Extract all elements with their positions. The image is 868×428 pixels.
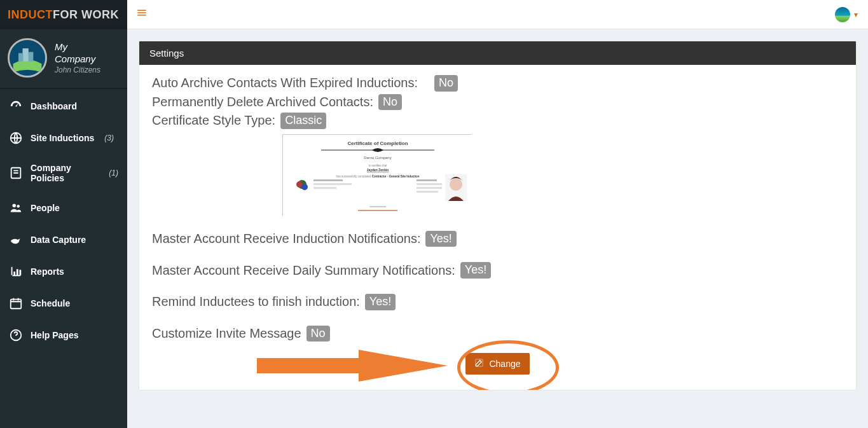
change-button[interactable]: Change bbox=[465, 353, 529, 375]
setting-value: No bbox=[434, 75, 458, 92]
chart-icon bbox=[9, 265, 23, 279]
calendar-icon bbox=[9, 296, 23, 310]
svg-point-6 bbox=[13, 204, 17, 208]
nav-label: Schedule bbox=[31, 298, 70, 308]
change-button-label: Change bbox=[489, 359, 520, 369]
svg-rect-24 bbox=[417, 183, 442, 185]
brand-part2: FOR WORK bbox=[53, 8, 119, 22]
setting-auto-archive: Auto Archive Contacts With Expired Induc… bbox=[152, 75, 843, 92]
nav-reports[interactable]: Reports bbox=[0, 256, 127, 287]
setting-label: Customize Invite Message bbox=[152, 326, 301, 341]
top-right-menu[interactable]: ▾ bbox=[835, 7, 858, 22]
nav-label: Company Policies bbox=[31, 163, 99, 183]
chevron-down-icon: ▾ bbox=[854, 10, 858, 19]
setting-value: No bbox=[378, 94, 402, 111]
nav-dashboard[interactable]: Dashboard bbox=[0, 90, 127, 122]
setting-customize-invite: Customize Invite Message No bbox=[152, 326, 843, 342]
user-name: John Citizens bbox=[55, 66, 100, 76]
hamburger-icon[interactable] bbox=[136, 7, 148, 22]
setting-label: Certificate Style Type: bbox=[152, 113, 275, 128]
globe-icon bbox=[9, 131, 23, 145]
svg-rect-8 bbox=[11, 300, 22, 309]
svg-rect-23 bbox=[417, 179, 437, 181]
svg-text:Demo Company: Demo Company bbox=[364, 156, 391, 160]
nav-label: Data Capture bbox=[31, 235, 86, 245]
svg-rect-21 bbox=[313, 183, 352, 185]
nav-data-capture[interactable]: Data Capture bbox=[0, 224, 127, 256]
setting-label: Master Account Receive Daily Summary Not… bbox=[152, 263, 455, 278]
setting-cert-style: Certificate Style Type: Classic bbox=[152, 113, 843, 129]
svg-rect-25 bbox=[417, 187, 442, 189]
svg-rect-29 bbox=[369, 206, 386, 207]
setting-value: No bbox=[307, 326, 330, 342]
nav-help-pages[interactable]: Help Pages bbox=[0, 319, 127, 351]
content-wrap: Settings Auto Archive Contacts With Expi… bbox=[127, 29, 868, 428]
dashboard-icon bbox=[9, 99, 23, 113]
document-icon bbox=[9, 166, 23, 180]
topbar: ▾ bbox=[127, 0, 868, 29]
people-icon bbox=[9, 201, 23, 215]
hand-icon bbox=[9, 233, 23, 247]
setting-perm-delete: Permanently Delete Archived Contacts: No bbox=[152, 94, 843, 111]
company-avatar bbox=[8, 38, 47, 78]
nav-label: Help Pages bbox=[31, 330, 78, 340]
sidebar-nav: Dashboard Site Inductions (3) Company Po… bbox=[0, 89, 127, 351]
settings-panel: Settings Auto Archive Contacts With Expi… bbox=[139, 41, 857, 390]
edit-icon bbox=[474, 358, 484, 369]
nav-site-inductions[interactable]: Site Inductions (3) bbox=[0, 122, 127, 154]
certificate-preview: Certificate of Completion Demo Company I… bbox=[282, 134, 472, 216]
nav-label: People bbox=[31, 203, 60, 213]
svg-text:Jayden Zenkin: Jayden Zenkin bbox=[367, 168, 389, 172]
setting-label: Remind Inductees to finish induction: bbox=[152, 294, 360, 309]
setting-value: Yes! bbox=[460, 262, 491, 279]
setting-label: Permanently Delete Archived Contacts: bbox=[152, 95, 373, 109]
setting-master-daily-notif: Master Account Receive Daily Summary Not… bbox=[152, 262, 843, 279]
nav-label: Dashboard bbox=[31, 101, 77, 111]
svg-text:Is certifies that: Is certifies that bbox=[368, 164, 387, 167]
setting-value: Yes! bbox=[365, 294, 396, 310]
nav-count: (1) bbox=[109, 169, 118, 177]
help-icon bbox=[9, 328, 23, 342]
brand-part1: INDUCT bbox=[8, 8, 53, 22]
nav-label: Reports bbox=[31, 266, 64, 277]
panel-body: Auto Archive Contacts With Expired Induc… bbox=[139, 65, 856, 390]
panel-title: Settings bbox=[139, 41, 856, 65]
user-info: My Company John Citizens bbox=[55, 41, 100, 76]
nav-label: Site Inductions bbox=[31, 133, 94, 143]
svg-text:has successfully completed
   : has successfully completed Contractor - … bbox=[336, 175, 420, 178]
svg-point-19 bbox=[301, 184, 308, 190]
svg-rect-20 bbox=[313, 179, 343, 181]
main: ▾ Settings Auto Archive Contacts With Ex… bbox=[127, 0, 868, 428]
user-company-line1: My bbox=[55, 41, 100, 53]
nav-company-policies[interactable]: Company Policies (1) bbox=[0, 154, 127, 192]
svg-text:Certificate of Completion: Certificate of Completion bbox=[347, 141, 408, 146]
nav-schedule[interactable]: Schedule bbox=[0, 287, 127, 319]
svg-rect-2 bbox=[29, 52, 33, 62]
brand-logo: INDUCT FOR WORK bbox=[0, 0, 127, 29]
action-row: Change bbox=[152, 353, 843, 375]
setting-label: Master Account Receive Induction Notific… bbox=[152, 231, 420, 246]
svg-rect-3 bbox=[18, 53, 23, 62]
highlight-arrow bbox=[257, 347, 448, 387]
nav-people[interactable]: People bbox=[0, 192, 127, 224]
svg-rect-26 bbox=[417, 191, 438, 193]
sidebar: INDUCT FOR WORK My Company John Citizens bbox=[0, 0, 127, 428]
svg-point-28 bbox=[450, 178, 462, 191]
svg-rect-1 bbox=[23, 48, 29, 62]
setting-master-induction-notif: Master Account Receive Induction Notific… bbox=[152, 231, 843, 247]
user-panel: My Company John Citizens bbox=[0, 29, 127, 88]
svg-point-7 bbox=[17, 205, 20, 208]
setting-value: Yes! bbox=[425, 231, 456, 247]
nav-count: (3) bbox=[104, 134, 114, 142]
svg-rect-30 bbox=[358, 210, 397, 211]
svg-rect-22 bbox=[313, 187, 336, 189]
svg-rect-32 bbox=[476, 359, 483, 366]
setting-remind-inductees: Remind Inductees to finish induction: Ye… bbox=[152, 294, 843, 310]
user-company-line2: Company bbox=[55, 53, 100, 66]
svg-marker-31 bbox=[257, 350, 448, 382]
setting-label: Auto Archive Contacts With Expired Induc… bbox=[152, 76, 418, 90]
setting-value: Classic bbox=[280, 113, 326, 129]
top-company-icon bbox=[835, 7, 850, 22]
